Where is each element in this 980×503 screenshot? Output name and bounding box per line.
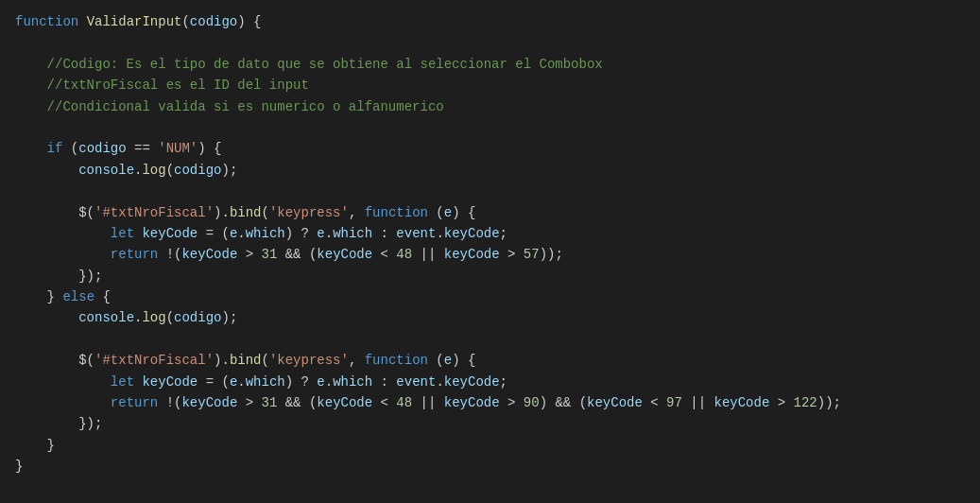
indent <box>15 266 78 286</box>
token-plain: ( <box>261 202 268 223</box>
token-plain: && ( <box>277 392 317 413</box>
token-var-name: which <box>333 372 372 392</box>
token-plain: ). <box>214 202 230 223</box>
token-plain: ); <box>221 307 237 328</box>
token-plain: ) { <box>198 138 221 159</box>
token-param: codigo <box>190 11 237 32</box>
token-var-name: keyCode <box>444 223 500 244</box>
token-var-name: e <box>230 223 237 244</box>
token-method: bind <box>230 350 262 371</box>
token-plain: !( <box>158 244 181 265</box>
token-plain: $( <box>78 350 95 371</box>
token-param: e <box>444 202 452 223</box>
indent <box>15 435 47 456</box>
token-plain: ( <box>261 350 268 371</box>
token-method: bind <box>230 202 262 223</box>
token-plain: ( <box>428 202 444 223</box>
token-plain <box>78 11 86 32</box>
token-var-name: codigo <box>174 160 221 181</box>
code-line <box>0 329 980 350</box>
token-plain: } <box>47 286 63 307</box>
token-plain: = ( <box>198 372 230 392</box>
token-plain: < <box>643 392 666 413</box>
token-num: 48 <box>396 392 412 413</box>
token-kw: function <box>365 350 428 371</box>
token-method: log <box>142 307 165 328</box>
token-plain: . <box>134 307 142 328</box>
token-plain <box>134 223 142 244</box>
token-kw: return <box>111 244 158 265</box>
token-var-name: which <box>246 223 285 244</box>
token-num: 31 <box>262 244 278 265</box>
code-line: //txtNroFiscal es el ID del input <box>0 75 980 95</box>
token-num: 48 <box>396 244 412 265</box>
token-plain: > <box>237 392 261 413</box>
token-plain: = ( <box>198 223 230 244</box>
token-plain: . <box>325 223 333 244</box>
code-line: let keyCode = (e.which) ? e.which : even… <box>0 372 980 392</box>
token-num: 122 <box>794 392 817 413</box>
token-plain: { <box>95 286 111 307</box>
token-plain: )); <box>817 392 841 413</box>
token-plain: ); <box>221 160 237 181</box>
token-fn-name: ValidarInput <box>87 11 182 32</box>
token-var-name: which <box>333 223 372 244</box>
token-kw: if <box>47 138 63 159</box>
indent <box>15 372 111 392</box>
token-var-name: keyCode <box>444 244 500 265</box>
token-plain: . <box>237 223 245 244</box>
token-plain: , <box>349 350 365 371</box>
token-plain: ; <box>500 372 507 392</box>
token-plain: && ( <box>277 244 317 265</box>
token-string: '#txtNroFiscal' <box>95 202 214 223</box>
code-line: //Condicional valida si es numerico o al… <box>0 96 980 117</box>
code-line: } <box>0 435 980 456</box>
token-string: 'NUM' <box>158 138 198 159</box>
token-num: 90 <box>524 392 540 413</box>
indent <box>15 223 111 244</box>
token-plain: ) { <box>237 11 261 32</box>
indent <box>15 413 78 434</box>
token-plain: : <box>372 223 396 244</box>
token-method: log <box>142 160 165 181</box>
token-num: 97 <box>666 392 682 413</box>
token-var-name: keyCode <box>317 244 372 265</box>
token-plain: : <box>372 372 396 392</box>
token-var-name: event <box>396 372 436 392</box>
indent <box>15 244 111 265</box>
token-plain: !( <box>158 392 181 413</box>
token-plain: || <box>682 392 714 413</box>
token-plain: ). <box>214 350 230 371</box>
token-kw: function <box>365 202 428 223</box>
token-plain: ( <box>181 11 189 32</box>
token-plain: < <box>372 392 396 413</box>
token-string: 'keypress' <box>269 202 349 223</box>
indent <box>15 392 111 413</box>
token-plain: ) ? <box>285 372 318 392</box>
indent <box>15 286 47 307</box>
code-line <box>0 181 980 201</box>
token-plain: == <box>127 138 159 159</box>
token-plain: || <box>412 244 444 265</box>
token-var-name: console <box>78 160 134 181</box>
indent <box>15 75 47 95</box>
token-kw: function <box>15 11 78 32</box>
token-num: 57 <box>524 244 540 265</box>
token-plain: $( <box>78 202 95 223</box>
token-plain: ( <box>62 138 78 159</box>
indent <box>15 160 78 181</box>
token-string: 'keypress' <box>269 350 349 371</box>
code-line <box>0 117 980 138</box>
token-plain: ( <box>166 160 174 181</box>
token-plain: ) { <box>452 350 475 371</box>
token-var-name: keyCode <box>444 392 500 413</box>
token-string: '#txtNroFiscal' <box>95 350 214 371</box>
token-plain: . <box>134 160 142 181</box>
token-var-name: codigo <box>174 307 221 328</box>
token-kw: let <box>111 372 134 392</box>
token-var-name: which <box>246 372 285 392</box>
token-var-name: keyCode <box>444 372 500 392</box>
token-kw: return <box>111 392 158 413</box>
token-var-name: keyCode <box>587 392 643 413</box>
code-line: return !(keyCode > 31 && (keyCode < 48 |… <box>0 392 980 413</box>
